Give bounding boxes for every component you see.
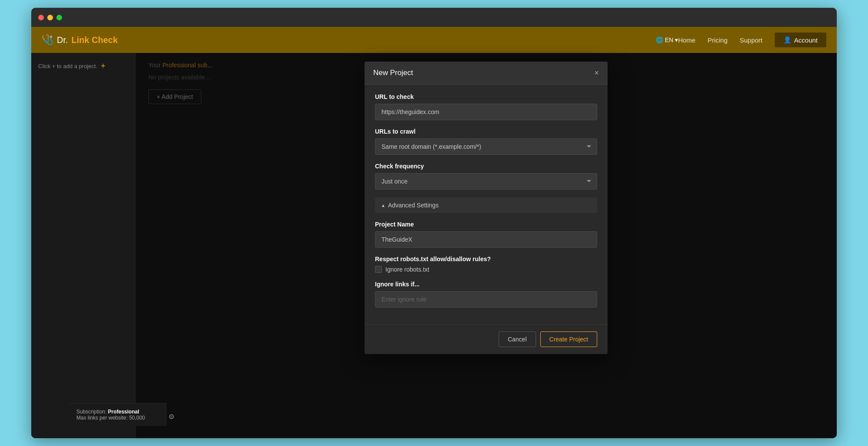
lang-selector[interactable]: 🌐 EN ▾ [656, 36, 678, 43]
account-label: Account [794, 36, 818, 44]
new-project-modal: New Project × URL to check URLs to crawl [365, 62, 608, 354]
account-icon: 👤 [783, 36, 792, 44]
project-name-input[interactable] [375, 231, 597, 248]
subscription-plan: Professional [108, 409, 139, 415]
ignore-links-group: Ignore links if... [375, 281, 597, 308]
lang-selector-label: 🌐 EN ▾ [656, 36, 678, 43]
url-to-check-group: URL to check [375, 93, 597, 120]
logo-text-plain: Dr. [57, 35, 68, 45]
check-frequency-label: Check frequency [375, 163, 597, 170]
url-to-check-label: URL to check [375, 93, 597, 100]
ignore-links-input[interactable] [375, 291, 597, 308]
modal-overlay: New Project × URL to check URLs to crawl [135, 53, 837, 438]
modal-title: New Project [373, 69, 413, 77]
modal-footer: Cancel Create Project [365, 324, 608, 354]
ignore-links-label: Ignore links if... [375, 281, 597, 288]
sidebar-hint-text: Click + to add a project. [38, 63, 97, 69]
url-to-check-input[interactable] [375, 104, 597, 120]
traffic-light-red[interactable] [38, 15, 44, 20]
subscription-footer: Subscription: Professional Max links per… [69, 403, 167, 426]
nav-support[interactable]: Support [740, 36, 763, 44]
max-links-info: Max links per website: 50,000 [76, 415, 160, 421]
browser-window: 🩺 Dr. Link Check 🌐 EN ▾ Home Pricing Sup… [31, 8, 837, 438]
traffic-light-yellow[interactable] [47, 15, 53, 20]
modal-body: URL to check URLs to crawl Same root dom… [365, 85, 608, 324]
logo-text-bold: Link Check [72, 35, 118, 45]
advanced-settings-arrow: ▲ [381, 203, 385, 208]
nav-home[interactable]: Home [678, 36, 695, 44]
sidebar-add-hint: Click + to add a project. + [38, 62, 128, 71]
nav-pricing[interactable]: Pricing [707, 36, 727, 44]
modal-header: New Project × [365, 62, 608, 85]
ignore-robots-checkbox[interactable] [375, 266, 382, 273]
ignore-robots-wrapper: Ignore robots.txt [375, 266, 597, 273]
subscription-label: Subscription: Professional [76, 409, 160, 415]
cancel-button[interactable]: Cancel [499, 331, 536, 347]
ignore-robots-label: Ignore robots.txt [385, 266, 429, 273]
robots-group: Respect robots.txt allow/disallow rules?… [375, 256, 597, 273]
create-project-button[interactable]: Create Project [540, 331, 597, 347]
project-name-group: Project Name [375, 221, 597, 248]
check-frequency-select[interactable]: Just once Daily Weekly Monthly [375, 173, 597, 190]
robots-label: Respect robots.txt allow/disallow rules? [375, 256, 597, 262]
urls-to-crawl-select[interactable]: Same root domain (*.example.com/*) Same … [375, 138, 597, 155]
advanced-settings-toggle[interactable]: ▲ Advanced Settings [375, 197, 597, 213]
settings-icon[interactable]: ⚙ [168, 413, 174, 421]
add-project-icon[interactable]: + [101, 62, 105, 71]
sidebar: Click + to add a project. + [31, 53, 135, 438]
app-logo: 🩺 Dr. Link Check [42, 34, 647, 46]
main-panel: Your Professional sub... No projects ava… [135, 53, 837, 438]
urls-to-crawl-group: URLs to crawl Same root domain (*.exampl… [375, 128, 597, 155]
advanced-settings-label: Advanced Settings [388, 202, 439, 209]
urls-to-crawl-label: URLs to crawl [375, 128, 597, 135]
project-name-label: Project Name [375, 221, 597, 228]
app-body: Click + to add a project. + Your Profess… [31, 53, 837, 438]
nav-links: Home Pricing Support 👤 Account [678, 33, 826, 47]
logo-icon: 🩺 [42, 34, 53, 46]
modal-close-button[interactable]: × [594, 69, 599, 77]
traffic-light-green[interactable] [56, 15, 62, 20]
check-frequency-group: Check frequency Just once Daily Weekly M… [375, 163, 597, 190]
app-header: 🩺 Dr. Link Check 🌐 EN ▾ Home Pricing Sup… [31, 27, 837, 53]
nav-account[interactable]: 👤 Account [775, 33, 826, 47]
browser-titlebar [31, 8, 837, 27]
